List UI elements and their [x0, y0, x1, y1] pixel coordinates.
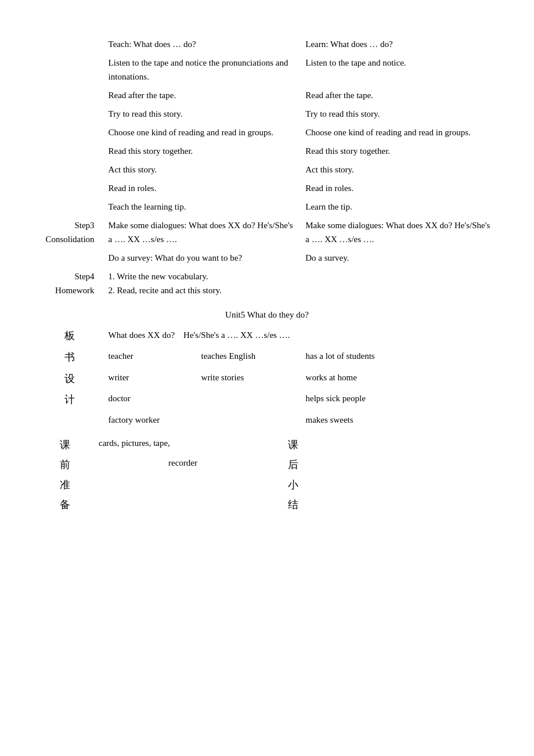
- resource-row-3: 准 小: [35, 475, 499, 495]
- teach-text: Do a survey: What do you want to be?: [109, 253, 243, 262]
- learn-text: Make some dialogues: What does XX do? He…: [305, 221, 490, 244]
- table-row: Choose one kind of reading and read in g…: [35, 123, 499, 142]
- teach-text: Read this story together.: [109, 146, 193, 156]
- learn-text: Do a survey.: [305, 253, 349, 262]
- teach-cell: Make some dialogues: What does XX do? He…: [105, 216, 302, 249]
- board-char-shu: 书: [35, 347, 105, 368]
- board-content-3: writer write stories works at home: [105, 368, 499, 390]
- learn-text: Learn the tip.: [305, 202, 352, 211]
- board-content-2: teacher teaches English has a lot of stu…: [105, 347, 499, 368]
- board-cell: makes sweets: [306, 413, 496, 427]
- board-row-4: 计 doctor helps sick people: [35, 389, 499, 411]
- row-label: [35, 197, 105, 216]
- board-char-she: 设: [35, 368, 105, 390]
- resource-content-right2: [308, 455, 499, 474]
- teach-cell: Teach the learning tip.: [105, 197, 302, 216]
- table-row: Act this story. Act this story.: [35, 160, 499, 179]
- teach-text: Teach the learning tip.: [109, 202, 186, 211]
- ke-right-char: 课: [279, 435, 308, 455]
- board-content-4: doctor helps sick people: [105, 389, 499, 411]
- teach-cell: Act this story.: [105, 160, 302, 179]
- learn-cell: Learn the tip.: [302, 197, 499, 216]
- learn-cell: Read in roles.: [302, 179, 499, 197]
- board-cell: [201, 413, 306, 427]
- board-cell: writer: [109, 370, 201, 384]
- resource-content-right3: [308, 475, 499, 495]
- board-row-3: 设 writer write stories works at home: [35, 368, 499, 390]
- table-row: Teach the learning tip. Learn the tip.: [35, 197, 499, 216]
- learn-cell: Listen to the tape and notice.: [302, 53, 499, 86]
- learn-text: Act this story.: [305, 165, 354, 174]
- xiao-right-char: 小: [279, 475, 308, 495]
- board-cell: works at home: [306, 370, 496, 384]
- learn-text: Listen to the tape and notice.: [305, 58, 406, 67]
- zhun-char: 准: [35, 475, 99, 495]
- row-label: [35, 35, 105, 53]
- table-row: Step4Homework 1. Write the new vocabular…: [35, 267, 499, 300]
- row-label: [35, 86, 105, 105]
- board-row-2: 书 teacher teaches English has a lot of s…: [35, 347, 499, 368]
- teach-cell: Listen to the tape and notice the pronun…: [105, 53, 302, 86]
- homework-line2: 2. Read, recite and act this story.: [109, 283, 496, 297]
- row-label: [35, 53, 105, 86]
- learn-text: Read after the tape.: [305, 91, 373, 100]
- board-cell: helps sick people: [306, 391, 496, 405]
- row-label: [35, 249, 105, 267]
- board-cell: doctor: [109, 391, 201, 405]
- row-label: [35, 123, 105, 142]
- row-label: [35, 179, 105, 197]
- teach-cell: Read in roles.: [105, 179, 302, 197]
- table-row: Read in roles. Read in roles.: [35, 179, 499, 197]
- resource-content-left2: recorder: [99, 455, 279, 474]
- table-row: Step3Consolidation Make some dialogues: …: [35, 216, 499, 249]
- learn-text: Learn: What does … do?: [305, 39, 393, 49]
- board-row-5: factory worker makes sweets: [35, 411, 499, 429]
- board-cell: teaches English: [201, 349, 306, 363]
- board-char-ji: 计: [35, 389, 105, 411]
- board-cell: factory worker: [109, 413, 201, 427]
- lesson-plan-table: Teach: What does … do? Learn: What does …: [35, 35, 499, 429]
- jie-right-char: 结: [279, 495, 308, 514]
- table-row: Do a survey: What do you want to be? Do …: [35, 249, 499, 267]
- homework-line1: 1. Write the new vocabulary.: [109, 269, 496, 283]
- learn-text: Choose one kind of reading and read in g…: [305, 128, 471, 137]
- resource-content-left3: [99, 475, 279, 495]
- unit-title: Unit5 What do they do?: [225, 310, 309, 319]
- learn-cell: Do a survey.: [302, 249, 499, 267]
- hou-right-char: 后: [279, 455, 308, 474]
- board-inner-table: writer write stories works at home: [109, 370, 496, 384]
- resource-row-2: 前 recorder 后: [35, 455, 499, 474]
- board-cell: [201, 391, 306, 405]
- unit-title-row: Unit5 What do they do?: [35, 300, 499, 325]
- board-inner-table: factory worker makes sweets: [109, 413, 496, 427]
- teach-cell: Choose one kind of reading and read in g…: [105, 123, 302, 142]
- resource-section: 课 cards, pictures, tape, 课 前 recorder 后 …: [35, 435, 499, 514]
- teach-text: Try to read this story.: [109, 109, 183, 118]
- teach-cell: 1. Write the new vocabulary. 2. Read, re…: [105, 267, 499, 300]
- resource-content-left: cards, pictures, tape,: [99, 435, 279, 455]
- row-label: Step3Consolidation: [35, 216, 105, 249]
- bei-char: 备: [35, 495, 99, 514]
- teach-cell: Try to read this story.: [105, 105, 302, 123]
- board-row-1: 板 What does XX do? He's/She's a …. XX …s…: [35, 325, 499, 347]
- learn-cell: Try to read this story.: [302, 105, 499, 123]
- learn-text: Try to read this story.: [305, 109, 380, 118]
- resource-table: 课 cards, pictures, tape, 课 前 recorder 后 …: [35, 435, 499, 514]
- board-inner-table: teacher teaches English has a lot of stu…: [109, 349, 496, 363]
- row-label: [35, 105, 105, 123]
- qian-char: 前: [35, 455, 99, 474]
- learn-cell: Act this story.: [302, 160, 499, 179]
- ke-char: 课: [35, 435, 99, 455]
- teach-text: Act this story.: [109, 165, 157, 174]
- teach-text: Listen to the tape and notice the pronun…: [109, 58, 288, 81]
- table-row: Teach: What does … do? Learn: What does …: [35, 35, 499, 53]
- teach-cell: Do a survey: What do you want to be?: [105, 249, 302, 267]
- teach-text: Teach: What does … do?: [109, 39, 196, 49]
- board-inner-table: doctor helps sick people: [109, 391, 496, 405]
- teach-text: Make some dialogues: What does XX do? He…: [109, 221, 293, 244]
- board-char-ban: 板: [35, 325, 105, 347]
- board-char-empty: [35, 411, 105, 429]
- teach-text: Choose one kind of reading and read in g…: [109, 128, 274, 137]
- table-row: Read this story together. Read this stor…: [35, 142, 499, 160]
- learn-text: Read in roles.: [305, 183, 353, 193]
